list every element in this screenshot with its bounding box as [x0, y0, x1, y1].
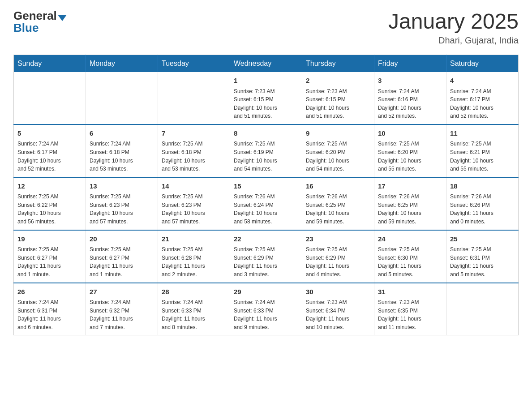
day-info: Sunrise: 7:25 AM Sunset: 6:20 PM Dayligh…	[378, 140, 442, 173]
calendar-cell: 10Sunrise: 7:25 AM Sunset: 6:20 PM Dayli…	[374, 124, 446, 177]
day-info: Sunrise: 7:23 AM Sunset: 6:15 PM Dayligh…	[306, 87, 370, 120]
calendar-cell: 31Sunrise: 7:23 AM Sunset: 6:35 PM Dayli…	[374, 283, 446, 335]
calendar-cell: 21Sunrise: 7:25 AM Sunset: 6:28 PM Dayli…	[158, 230, 230, 283]
day-number: 31	[378, 287, 442, 297]
day-info: Sunrise: 7:24 AM Sunset: 6:18 PM Dayligh…	[90, 140, 154, 173]
calendar-week-2: 5Sunrise: 7:24 AM Sunset: 6:17 PM Daylig…	[14, 124, 519, 177]
day-number: 19	[17, 234, 82, 244]
day-number: 30	[306, 287, 370, 297]
day-info: Sunrise: 7:23 AM Sunset: 6:34 PM Dayligh…	[306, 298, 370, 331]
day-number: 13	[90, 181, 154, 192]
day-number: 9	[306, 128, 370, 139]
header-thursday: Thursday	[302, 55, 374, 73]
calendar-cell	[446, 283, 519, 335]
day-number: 24	[378, 234, 442, 244]
day-info: Sunrise: 7:26 AM Sunset: 6:25 PM Dayligh…	[306, 193, 370, 226]
header-wednesday: Wednesday	[230, 55, 302, 73]
day-info: Sunrise: 7:24 AM Sunset: 6:33 PM Dayligh…	[234, 298, 298, 331]
day-number: 27	[90, 287, 154, 297]
day-info: Sunrise: 7:26 AM Sunset: 6:25 PM Dayligh…	[378, 193, 442, 226]
calendar-week-4: 19Sunrise: 7:25 AM Sunset: 6:27 PM Dayli…	[14, 230, 519, 283]
header-sunday: Sunday	[14, 55, 86, 73]
calendar-cell	[86, 72, 158, 124]
calendar-cell: 28Sunrise: 7:24 AM Sunset: 6:33 PM Dayli…	[158, 283, 230, 335]
logo-arrow-icon	[58, 15, 67, 21]
day-info: Sunrise: 7:23 AM Sunset: 6:15 PM Dayligh…	[234, 87, 298, 120]
month-title: January 2025	[388, 9, 519, 34]
header-friday: Friday	[374, 55, 446, 73]
day-number: 1	[234, 76, 298, 86]
calendar-cell: 1Sunrise: 7:23 AM Sunset: 6:15 PM Daylig…	[230, 72, 302, 124]
day-info: Sunrise: 7:24 AM Sunset: 6:31 PM Dayligh…	[17, 298, 82, 331]
day-number: 4	[450, 76, 515, 86]
day-info: Sunrise: 7:25 AM Sunset: 6:27 PM Dayligh…	[17, 245, 82, 278]
calendar-week-1: 1Sunrise: 7:23 AM Sunset: 6:15 PM Daylig…	[14, 72, 519, 124]
day-info: Sunrise: 7:24 AM Sunset: 6:17 PM Dayligh…	[17, 140, 82, 173]
day-number: 21	[162, 234, 226, 244]
calendar-cell: 25Sunrise: 7:25 AM Sunset: 6:31 PM Dayli…	[446, 230, 519, 283]
day-info: Sunrise: 7:25 AM Sunset: 6:28 PM Dayligh…	[162, 245, 226, 278]
calendar-cell: 27Sunrise: 7:24 AM Sunset: 6:32 PM Dayli…	[86, 283, 158, 335]
calendar-week-3: 12Sunrise: 7:25 AM Sunset: 6:22 PM Dayli…	[14, 177, 519, 230]
calendar-cell: 7Sunrise: 7:25 AM Sunset: 6:18 PM Daylig…	[158, 124, 230, 177]
calendar-cell: 17Sunrise: 7:26 AM Sunset: 6:25 PM Dayli…	[374, 177, 446, 230]
calendar-cell: 23Sunrise: 7:25 AM Sunset: 6:29 PM Dayli…	[302, 230, 374, 283]
calendar-week-5: 26Sunrise: 7:24 AM Sunset: 6:31 PM Dayli…	[14, 283, 519, 335]
calendar-cell: 11Sunrise: 7:25 AM Sunset: 6:21 PM Dayli…	[446, 124, 519, 177]
calendar-cell: 18Sunrise: 7:26 AM Sunset: 6:26 PM Dayli…	[446, 177, 519, 230]
header-monday: Monday	[86, 55, 158, 73]
day-number: 29	[234, 287, 298, 297]
day-number: 2	[306, 76, 370, 86]
day-info: Sunrise: 7:25 AM Sunset: 6:18 PM Dayligh…	[162, 140, 226, 173]
logo: General Blue	[13, 9, 67, 35]
day-info: Sunrise: 7:24 AM Sunset: 6:16 PM Dayligh…	[378, 87, 442, 120]
day-number: 20	[90, 234, 154, 244]
calendar-cell: 9Sunrise: 7:25 AM Sunset: 6:20 PM Daylig…	[302, 124, 374, 177]
calendar-cell	[14, 72, 86, 124]
calendar-cell: 20Sunrise: 7:25 AM Sunset: 6:27 PM Dayli…	[86, 230, 158, 283]
header-tuesday: Tuesday	[158, 55, 230, 73]
day-number: 14	[162, 181, 226, 192]
day-info: Sunrise: 7:25 AM Sunset: 6:23 PM Dayligh…	[162, 193, 226, 226]
day-number: 18	[450, 181, 515, 192]
day-info: Sunrise: 7:25 AM Sunset: 6:29 PM Dayligh…	[306, 245, 370, 278]
calendar-cell: 30Sunrise: 7:23 AM Sunset: 6:34 PM Dayli…	[302, 283, 374, 335]
day-number: 7	[162, 128, 226, 139]
day-number: 25	[450, 234, 515, 244]
calendar-cell: 22Sunrise: 7:25 AM Sunset: 6:29 PM Dayli…	[230, 230, 302, 283]
calendar-cell	[158, 72, 230, 124]
day-number: 22	[234, 234, 298, 244]
calendar-cell: 15Sunrise: 7:26 AM Sunset: 6:24 PM Dayli…	[230, 177, 302, 230]
day-number: 6	[90, 128, 154, 139]
day-info: Sunrise: 7:24 AM Sunset: 6:32 PM Dayligh…	[90, 298, 154, 331]
day-info: Sunrise: 7:24 AM Sunset: 6:33 PM Dayligh…	[162, 298, 226, 331]
day-info: Sunrise: 7:25 AM Sunset: 6:19 PM Dayligh…	[234, 140, 298, 173]
calendar-cell: 13Sunrise: 7:25 AM Sunset: 6:23 PM Dayli…	[86, 177, 158, 230]
day-info: Sunrise: 7:25 AM Sunset: 6:23 PM Dayligh…	[90, 193, 154, 226]
day-info: Sunrise: 7:26 AM Sunset: 6:24 PM Dayligh…	[234, 193, 298, 226]
day-info: Sunrise: 7:25 AM Sunset: 6:21 PM Dayligh…	[450, 140, 515, 173]
calendar-cell: 3Sunrise: 7:24 AM Sunset: 6:16 PM Daylig…	[374, 72, 446, 124]
logo-blue-text: Blue	[13, 21, 39, 35]
day-number: 5	[17, 128, 82, 139]
day-number: 28	[162, 287, 226, 297]
calendar-cell: 6Sunrise: 7:24 AM Sunset: 6:18 PM Daylig…	[86, 124, 158, 177]
calendar-cell: 14Sunrise: 7:25 AM Sunset: 6:23 PM Dayli…	[158, 177, 230, 230]
day-number: 17	[378, 181, 442, 192]
day-number: 23	[306, 234, 370, 244]
day-number: 11	[450, 128, 515, 139]
day-number: 10	[378, 128, 442, 139]
calendar-cell: 2Sunrise: 7:23 AM Sunset: 6:15 PM Daylig…	[302, 72, 374, 124]
calendar-cell: 8Sunrise: 7:25 AM Sunset: 6:19 PM Daylig…	[230, 124, 302, 177]
day-number: 16	[306, 181, 370, 192]
day-info: Sunrise: 7:25 AM Sunset: 6:22 PM Dayligh…	[17, 193, 82, 226]
day-info: Sunrise: 7:25 AM Sunset: 6:20 PM Dayligh…	[306, 140, 370, 173]
day-number: 3	[378, 76, 442, 86]
calendar-cell: 29Sunrise: 7:24 AM Sunset: 6:33 PM Dayli…	[230, 283, 302, 335]
calendar-header-row: SundayMondayTuesdayWednesdayThursdayFrid…	[14, 55, 519, 73]
calendar-cell: 4Sunrise: 7:24 AM Sunset: 6:17 PM Daylig…	[446, 72, 519, 124]
day-info: Sunrise: 7:25 AM Sunset: 6:30 PM Dayligh…	[378, 245, 442, 278]
page-header: General Blue January 2025 Dhari, Gujarat…	[13, 9, 519, 46]
title-section: January 2025 Dhari, Gujarat, India	[388, 9, 519, 46]
calendar-table: SundayMondayTuesdayWednesdayThursdayFrid…	[13, 55, 519, 335]
